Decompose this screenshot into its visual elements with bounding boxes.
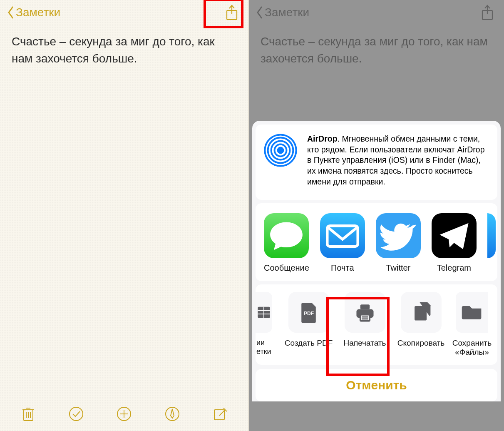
action-copy[interactable]: Скопировать	[393, 292, 449, 358]
trash-icon	[20, 406, 37, 422]
action-save-files[interactable]: Сохранить «Файлы»	[449, 292, 495, 358]
action-create-pdf[interactable]: PDF Создать PDF	[281, 292, 337, 358]
app-label: Telegram	[437, 263, 471, 273]
share-sheet: AirDrop. Мгновенный обмен данными с теми…	[252, 121, 501, 401]
cancel-label: Отменить	[346, 378, 407, 392]
compose-icon	[212, 406, 228, 422]
action-print[interactable]: Напечатать	[337, 292, 393, 358]
notes-screen-left: Заметки Счастье – секунда за миг до того…	[0, 0, 249, 431]
app-telegram[interactable]: Telegram	[432, 213, 477, 273]
action-label: Напечатать	[344, 339, 386, 348]
chevron-left-icon	[7, 5, 15, 20]
share-icon	[225, 4, 238, 21]
chevron-left-icon	[256, 5, 264, 20]
back-button-dim: Заметки	[256, 5, 309, 20]
share-icon	[481, 4, 494, 21]
svg-rect-13	[214, 410, 224, 420]
action-label: ии етки	[256, 339, 271, 356]
action-label: Создать PDF	[285, 339, 333, 348]
check-circle-icon	[68, 406, 84, 422]
airdrop-title: AirDrop	[307, 134, 338, 143]
app-label: Почта	[331, 263, 354, 273]
notes-screen-right: Заметки Счастье – секунда за миг до того…	[249, 0, 504, 431]
action-label: Скопировать	[397, 339, 444, 348]
printer-icon	[345, 292, 385, 333]
app-label: Сообщение	[264, 263, 309, 273]
action-label: Сохранить «Файлы»	[449, 339, 495, 358]
pen-circle-icon	[164, 406, 181, 422]
copy-icon	[401, 292, 442, 333]
app-messages[interactable]: Сообщение	[264, 213, 309, 273]
compose-button[interactable]	[212, 406, 228, 424]
note-content-dim: Счастье – секунда за миг до того, как на…	[249, 25, 504, 75]
back-label: Заметки	[16, 6, 60, 19]
bottom-toolbar	[0, 399, 248, 431]
airdrop-icon	[264, 134, 297, 187]
navbar-right: Заметки	[249, 0, 504, 25]
back-button[interactable]: Заметки	[7, 5, 60, 20]
draw-button[interactable]	[164, 406, 181, 424]
messages-icon	[264, 213, 309, 258]
cancel-button[interactable]: Отменить	[256, 369, 497, 401]
share-actions-row[interactable]: ии етки PDF Создать PDF Напечатать Скопи…	[256, 284, 497, 365]
partial-app-icon	[487, 213, 496, 258]
checklist-button[interactable]	[68, 406, 84, 424]
svg-rect-31	[360, 314, 369, 321]
airdrop-panel[interactable]: AirDrop. Мгновенный обмен данными с теми…	[256, 125, 497, 200]
folder-icon	[456, 292, 488, 333]
twitter-icon	[376, 213, 421, 258]
svg-point-18	[278, 148, 283, 153]
svg-rect-30	[360, 304, 369, 309]
add-button[interactable]	[116, 406, 132, 424]
share-apps-row[interactable]: Сообщение Почта Twitter Telegram	[256, 203, 497, 281]
share-button[interactable]	[222, 2, 242, 22]
mail-icon	[320, 213, 365, 258]
app-more-edge[interactable]	[487, 213, 496, 273]
navbar-left: Заметки	[0, 0, 248, 25]
table-icon	[256, 292, 272, 333]
plus-circle-icon	[116, 406, 132, 422]
svg-text:PDF: PDF	[303, 311, 313, 316]
airdrop-text: AirDrop. Мгновенный обмен данными с теми…	[307, 134, 489, 187]
pdf-icon: PDF	[288, 292, 329, 333]
app-label: Twitter	[386, 263, 410, 273]
telegram-icon	[432, 213, 477, 258]
note-content[interactable]: Счастье – секунда за миг до того, как на…	[0, 25, 248, 75]
share-button-dim	[477, 2, 497, 22]
app-twitter[interactable]: Twitter	[376, 213, 421, 273]
svg-point-8	[70, 407, 83, 421]
back-label-dim: Заметки	[265, 6, 309, 19]
app-mail[interactable]: Почта	[320, 213, 365, 273]
trash-button[interactable]	[20, 406, 37, 424]
action-partial-left[interactable]: ии етки	[256, 292, 281, 358]
